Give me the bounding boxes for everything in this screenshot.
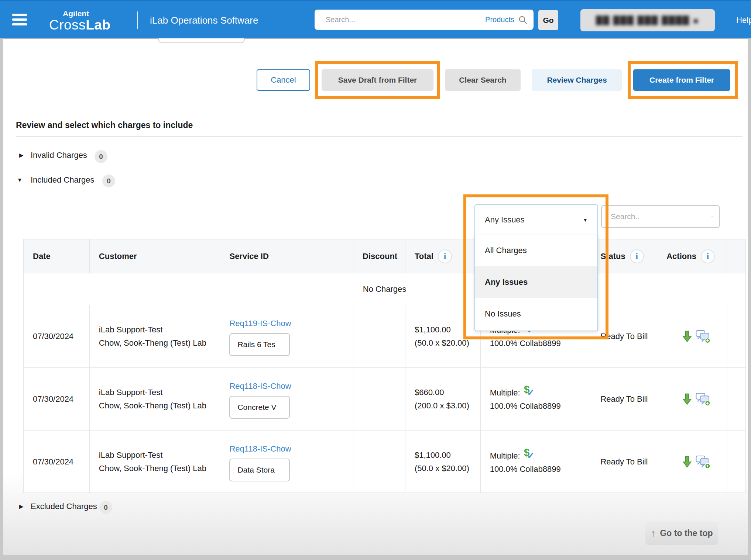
go-to-top-button[interactable]: ↑ Go to the top xyxy=(645,521,718,545)
dollar-check-icon: $✓ xyxy=(523,448,536,461)
table-row: 07/30/2024 iLab Support-Test Chow, Sook-… xyxy=(24,431,745,493)
excluded-charges-expander-icon[interactable]: ▶ xyxy=(19,503,24,510)
cell-actions xyxy=(657,368,727,430)
cell-total: $660.00 (200.0 x $3.00) xyxy=(405,368,481,430)
issues-filter-select[interactable]: Any Issues ▼ xyxy=(474,204,598,235)
cell-customer: iLab Support-Test Chow, Sook-Theng (Test… xyxy=(90,305,220,367)
cell-spacer xyxy=(727,368,745,430)
col-header-discount: Discount xyxy=(353,239,405,273)
download-charge-icon[interactable] xyxy=(683,456,692,468)
logo-crosslab: CrossLab xyxy=(49,17,110,33)
cell-status: Ready To Bill xyxy=(591,431,657,493)
cell-date: 07/30/2024 xyxy=(24,305,90,367)
cell-total: $1,100.00 (50.0 x $20.00) xyxy=(405,431,481,493)
review-charges-button[interactable]: Review Charges xyxy=(532,69,622,91)
table-search-box xyxy=(601,205,720,228)
cell-date: 07/30/2024 xyxy=(24,431,90,493)
partial-cutoff-element xyxy=(158,38,245,43)
invalid-charges-label[interactable]: Invalid Charges xyxy=(31,151,87,160)
filter-option-all-charges[interactable]: All Charges xyxy=(475,235,597,266)
col-header-customer: Customer xyxy=(90,239,220,273)
col-header-service-id: Service ID xyxy=(220,239,353,273)
table-row: 07/30/2024 iLab Support-Test Chow, Sook-… xyxy=(24,305,745,368)
table-row: 07/30/2024 iLab Support-Test Chow, Sook-… xyxy=(24,368,745,431)
logo-agilent: Agilent xyxy=(63,9,89,18)
global-search-input[interactable] xyxy=(325,15,485,24)
header-divider xyxy=(137,11,138,29)
cell-status: Ready To Bill xyxy=(591,305,657,367)
col-header-spacer xyxy=(727,239,745,273)
service-id-link[interactable]: Req118-IS-Chow xyxy=(229,442,353,456)
cell-total: $1,100.00 (50.0 x $20.00) xyxy=(405,305,481,367)
issues-filter-menu: All Charges Any Issues No Issues xyxy=(474,235,598,331)
cell-service-id: Req118-IS-Chow Data Stora xyxy=(220,431,353,493)
actions-info-icon[interactable]: i xyxy=(701,249,715,263)
invalid-charges-expander-icon[interactable]: ▶ xyxy=(19,152,24,159)
save-draft-from-filter-button[interactable]: Save Draft from Filter xyxy=(322,69,433,91)
create-from-filter-button[interactable]: Create from Filter xyxy=(633,69,730,91)
clear-search-button[interactable]: Clear Search xyxy=(445,69,521,91)
cell-date: 07/30/2024 xyxy=(24,368,90,430)
add-note-icon[interactable] xyxy=(695,392,711,406)
title-divider xyxy=(16,136,743,136)
top-header-bar: Agilent CrossLab iLab Operations Softwar… xyxy=(0,0,751,38)
hamburger-menu-icon[interactable] xyxy=(12,14,27,28)
total-info-icon[interactable]: i xyxy=(438,249,452,263)
excluded-charges-label[interactable]: Excluded Charges xyxy=(31,502,97,511)
included-charges-count-badge: 0 xyxy=(102,174,115,187)
cell-discount xyxy=(353,305,405,367)
cell-spacer xyxy=(727,431,745,493)
col-header-status: Statusi xyxy=(591,239,657,273)
cell-actions xyxy=(657,305,727,367)
service-name-button[interactable]: Rails 6 Tes xyxy=(229,333,290,356)
global-search-box: Products xyxy=(315,10,534,30)
download-charge-icon[interactable] xyxy=(683,331,692,342)
service-id-link[interactable]: Req119-IS-Chow xyxy=(229,317,353,330)
col-header-actions: Actionsi xyxy=(657,239,727,273)
cancel-button[interactable]: Cancel xyxy=(257,69,310,91)
user-menu[interactable]: ██ ███ ███ ████ ▪ xyxy=(580,9,715,31)
filter-option-any-issues[interactable]: Any Issues xyxy=(475,266,597,298)
service-name-button[interactable]: Concrete V xyxy=(229,396,290,419)
user-name-redacted: ██ ███ ███ ████ ▪ xyxy=(596,16,699,25)
table-search-input[interactable] xyxy=(610,212,711,221)
cell-service-id: Req119-IS-Chow Rails 6 Tes xyxy=(220,305,353,367)
arrow-up-icon: ↑ xyxy=(651,528,655,539)
cell-service-id: Req118-IS-Chow Concrete V xyxy=(220,368,353,430)
cell-payment: Multiple:$✓ 100.0% Collab8899 xyxy=(481,431,591,493)
search-icon[interactable] xyxy=(711,211,713,222)
search-scope-products[interactable]: Products xyxy=(485,15,514,24)
invalid-charges-count-badge: 0 xyxy=(95,150,107,163)
dollar-check-icon: $✓ xyxy=(523,385,536,398)
page: Agilent CrossLab iLab Operations Softwar… xyxy=(0,0,751,560)
app-title: iLab Operations Software xyxy=(150,15,258,26)
excluded-charges-count-badge: 0 xyxy=(99,501,112,514)
page-title: Review and select which charges to inclu… xyxy=(16,120,193,130)
included-charges-label[interactable]: Included Charges xyxy=(31,175,94,185)
go-button[interactable]: Go xyxy=(538,10,558,30)
cell-actions xyxy=(657,431,727,493)
no-charges-row: No Charges xyxy=(24,273,745,305)
table-header-row: Date Customer Service ID Discount Totali… xyxy=(24,239,745,273)
included-charges-expander-icon[interactable]: ▼ xyxy=(17,177,23,183)
download-charge-icon[interactable] xyxy=(683,393,692,405)
cell-customer: iLab Support-Test Chow, Sook-Theng (Test… xyxy=(90,431,220,493)
search-icon[interactable] xyxy=(518,15,528,25)
col-header-total: Totali xyxy=(405,239,481,273)
help-link[interactable]: Help xyxy=(736,15,751,25)
status-info-icon[interactable]: i xyxy=(630,249,644,263)
add-note-icon[interactable] xyxy=(695,455,711,469)
service-name-button[interactable]: Data Stora xyxy=(229,459,290,481)
cell-payment: Multiple:$✓ 100.0% Collab8899 xyxy=(481,368,591,430)
cell-discount xyxy=(353,368,405,430)
charges-table: Date Customer Service ID Discount Totali… xyxy=(23,239,746,493)
cell-spacer xyxy=(727,305,745,367)
cell-status: Ready To Bill xyxy=(591,368,657,430)
add-note-icon[interactable] xyxy=(695,329,711,343)
cell-customer: iLab Support-Test Chow, Sook-Theng (Test… xyxy=(90,368,220,430)
cell-discount xyxy=(353,431,405,493)
col-header-date: Date xyxy=(24,239,90,273)
filter-option-no-issues[interactable]: No Issues xyxy=(475,298,597,330)
chevron-down-icon: ▼ xyxy=(583,217,588,223)
service-id-link[interactable]: Req118-IS-Chow xyxy=(229,380,353,393)
